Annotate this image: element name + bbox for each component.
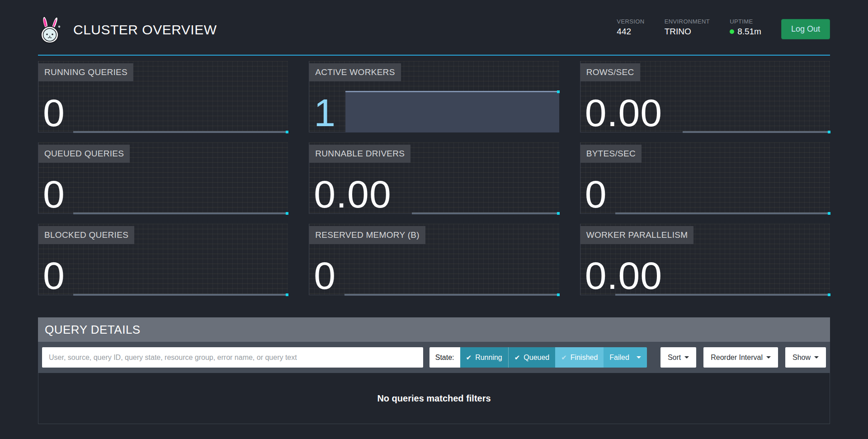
state-filter-button-label: Failed <box>609 354 629 362</box>
state-filter-group: State: ✔Running✔Queued✔FinishedFailed <box>429 347 647 368</box>
trino-bunny-logo-icon <box>38 15 61 44</box>
stat-card-value: 0 <box>43 179 65 209</box>
state-filter-button-label: Running <box>475 354 502 362</box>
meta-environment: ENVIRONMENT TRINO <box>665 18 710 37</box>
stat-card-queued-queries: QUEUED QUERIES 0 <box>38 142 288 214</box>
sparkline-rows-sec <box>683 131 830 133</box>
stat-card-value: 0.00 <box>585 260 662 291</box>
stat-card-running-queries: RUNNING QUERIES 0 <box>38 61 288 132</box>
stat-card-value: 0 <box>43 98 65 128</box>
stat-card-label: ROWS/SEC <box>580 63 640 81</box>
sparkline-worker-parallelism <box>615 294 830 296</box>
stat-card-worker-parallelism: WORKER PARALLELISM 0.00 <box>580 224 830 295</box>
stat-card-label: QUEUED QUERIES <box>38 145 130 163</box>
stat-card-value: 0 <box>314 260 336 291</box>
meta-value: 8.51m <box>730 27 761 37</box>
query-details-title: QUERY DETAILS <box>38 317 830 342</box>
stat-card-label: RESERVED MEMORY (B) <box>309 226 425 244</box>
stat-card-bytes-sec: BYTES/SEC 0 <box>580 142 830 214</box>
chevron-down-icon <box>637 356 641 359</box>
checkmark-icon: ✔ <box>466 354 472 362</box>
sparkline-runnable-drivers <box>412 212 559 214</box>
stat-card-value: 0.00 <box>314 179 391 209</box>
state-filter-queued[interactable]: ✔Queued <box>508 347 556 368</box>
stat-card-active-workers: ACTIVE WORKERS 1 <box>309 61 559 132</box>
meta-label: UPTIME <box>730 18 761 25</box>
stat-card-reserved-memory-b: RESERVED MEMORY (B) 0 <box>309 224 559 295</box>
checkmark-icon: ✔ <box>561 354 567 362</box>
stat-card-value: 0 <box>43 260 65 291</box>
meta-version: VERSION 442 <box>617 18 644 37</box>
meta-value: 442 <box>617 27 644 37</box>
state-filter-label: State: <box>429 347 460 368</box>
state-filter-button-label: Finished <box>571 354 598 362</box>
reorder-interval-button[interactable]: Reorder Interval <box>703 347 778 368</box>
stat-card-label: RUNNABLE DRIVERS <box>309 145 410 163</box>
sparkline-bytes-sec <box>615 212 830 214</box>
sort-button[interactable]: Sort <box>660 347 696 368</box>
meta-label: VERSION <box>617 18 644 25</box>
stat-card-label: ACTIVE WORKERS <box>309 63 401 81</box>
sparkline-active-workers <box>345 91 559 132</box>
show-button-label: Show <box>793 354 811 362</box>
header-meta: VERSION 442 ENVIRONMENT TRINO UPTIME 8.5… <box>617 18 830 39</box>
stat-card-value: 1 <box>314 98 336 128</box>
state-filter-running[interactable]: ✔Running <box>460 347 508 368</box>
chevron-down-icon <box>684 356 689 359</box>
log-out-button[interactable]: Log Out <box>781 19 830 39</box>
page-title: CLUSTER OVERVIEW <box>73 22 217 38</box>
stat-card-label: BYTES/SEC <box>580 145 642 163</box>
query-details-section: QUERY DETAILS State: ✔Running✔Queued✔Fin… <box>38 317 830 424</box>
sparkline-reserved-memory-b <box>344 294 559 296</box>
sparkline-queued-queries <box>73 212 288 214</box>
meta-uptime: UPTIME 8.51m <box>730 18 761 37</box>
stat-card-label: BLOCKED QUERIES <box>38 226 134 244</box>
show-button[interactable]: Show <box>785 347 826 368</box>
chevron-down-icon <box>814 356 819 359</box>
sparkline-running-queries <box>73 131 288 133</box>
app-header: CLUSTER OVERVIEW VERSION 442 ENVIRONMENT… <box>0 0 868 55</box>
checkmark-icon: ✔ <box>514 354 520 362</box>
stat-card-runnable-drivers: RUNNABLE DRIVERS 0.00 <box>309 142 559 214</box>
stat-card-value: 0.00 <box>585 98 662 128</box>
empty-message: No queries matched filters <box>377 393 491 404</box>
state-filter-buttons: ✔Running✔Queued✔FinishedFailed <box>460 347 647 368</box>
meta-value: TRINO <box>665 27 710 37</box>
uptime-status-dot-icon <box>730 29 734 34</box>
query-list-empty-state: No queries matched filters <box>38 373 830 424</box>
query-details-toolbar: State: ✔Running✔Queued✔FinishedFailed So… <box>38 342 830 373</box>
chevron-down-icon <box>766 356 771 359</box>
meta-label: ENVIRONMENT <box>665 18 710 25</box>
cluster-stats-grid: RUNNING QUERIES 0 ACTIVE WORKERS 1 ROWS/… <box>38 61 830 295</box>
sparkline-blocked-queries <box>73 294 288 296</box>
uptime-value: 8.51m <box>737 27 761 37</box>
stat-card-label: RUNNING QUERIES <box>38 63 133 81</box>
query-search-input[interactable] <box>42 347 423 368</box>
stat-card-label: WORKER PARALLELISM <box>580 226 694 244</box>
reorder-interval-label: Reorder Interval <box>711 354 763 362</box>
state-filter-failed[interactable]: Failed <box>604 347 647 368</box>
stat-card-rows-sec: ROWS/SEC 0.00 <box>580 61 830 132</box>
state-filter-finished[interactable]: ✔Finished <box>555 347 604 368</box>
state-filter-button-label: Queued <box>524 354 549 362</box>
sort-button-label: Sort <box>668 354 681 362</box>
header-accent-rule <box>38 55 830 56</box>
stat-card-blocked-queries: BLOCKED QUERIES 0 <box>38 224 288 295</box>
stat-card-value: 0 <box>585 179 607 209</box>
